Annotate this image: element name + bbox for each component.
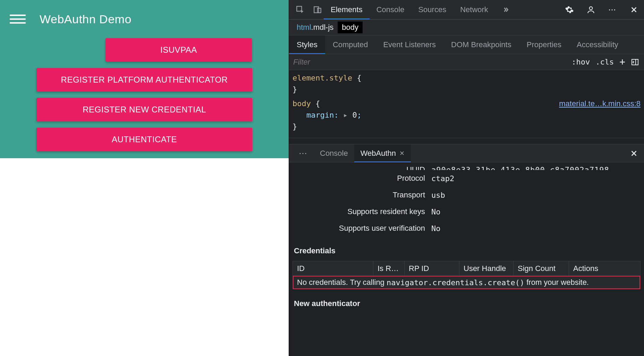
user-verification-label: Supports user verification <box>293 224 431 233</box>
styles-tabbar: Styles Computed Event Listeners DOM Brea… <box>289 35 644 54</box>
css-prop-margin: margin <box>306 111 334 119</box>
col-actions[interactable]: Actions <box>569 261 640 276</box>
resident-keys-row: Supports resident keys No <box>293 203 641 220</box>
transport-row: Transport usb <box>293 187 641 203</box>
button-stack: ISUVPAA REGISTER PLATFORM AUTHENTICATOR … <box>0 38 289 151</box>
breadcrumb-html-tag: html <box>297 23 311 32</box>
isuvpaa-button[interactable]: ISUVPAA <box>105 38 252 62</box>
inspect-element-icon[interactable] <box>294 3 306 16</box>
register-credential-button[interactable]: REGISTER NEW CREDENTIAL <box>36 98 252 121</box>
css-source-link[interactable]: material.te…k.min.css:8 <box>559 98 641 109</box>
protocol-row: Protocol ctap2 <box>293 170 641 187</box>
body-selector: body <box>293 99 311 108</box>
panel-gap <box>289 138 644 144</box>
drawer-tab-webauthn[interactable]: WebAuthn ✕ <box>354 144 411 162</box>
webauthn-panel: UUID a90e8e33-31be-413e-8b00-c8a7002a719… <box>289 162 644 356</box>
col-sign-count[interactable]: Sign Count <box>514 261 569 276</box>
tab-network[interactable]: Network <box>453 0 495 19</box>
new-style-rule-icon[interactable]: + <box>619 56 625 68</box>
breadcrumb-html[interactable]: html.mdl-js <box>293 22 338 33</box>
breadcrumb-html-class: .mdl-js <box>311 23 334 32</box>
device-toolbar-icon[interactable] <box>311 3 324 16</box>
css-val-margin: 0 <box>352 111 357 119</box>
element-style-rule[interactable]: element.style { } <box>293 72 641 95</box>
breadcrumb-body[interactable]: body <box>338 22 363 33</box>
settings-gear-icon[interactable] <box>564 5 575 15</box>
col-is-resident[interactable]: Is R… <box>373 261 405 276</box>
resident-keys-value: No <box>431 207 441 216</box>
authenticator-uuid-row: UUID a90e8e33-31be-413e-8b00-c8a7002a719… <box>293 162 641 170</box>
empty-code: navigator.credentials.create() <box>387 278 524 287</box>
css-rules-panel: element.style { } material.te…k.min.css:… <box>289 70 644 138</box>
subtab-properties[interactable]: Properties <box>519 35 569 54</box>
svg-rect-2 <box>317 8 321 12</box>
cls-toggle[interactable]: .cls <box>595 58 614 66</box>
subtab-styles[interactable]: Styles <box>289 35 325 54</box>
app-pane: WebAuthn Demo ISUVPAA REGISTER PLATFORM … <box>0 0 289 356</box>
credentials-empty-message: No credentials. Try calling navigator.cr… <box>293 276 640 289</box>
resident-keys-label: Supports resident keys <box>293 207 431 216</box>
subtab-dom-breakpoints[interactable]: DOM Breakpoints <box>443 35 519 54</box>
dom-breadcrumb: html.mdl-js body <box>289 19 644 35</box>
devtools-pane: Elements Console Sources Network ⋯ html.… <box>289 0 644 356</box>
subtab-accessibility[interactable]: Accessibility <box>569 35 626 54</box>
element-style-selector: element.style <box>293 74 352 82</box>
close-tab-icon[interactable]: ✕ <box>399 150 405 157</box>
new-authenticator-heading: New authenticator <box>293 289 641 314</box>
devtools-right-controls: ⋯ <box>559 5 644 15</box>
tab-elements[interactable]: Elements <box>324 0 370 19</box>
col-rp-id[interactable]: RP ID <box>405 261 459 276</box>
uuid-value: a90e8e33-31be-413e-8b00-c8a7002a7198 <box>431 166 609 170</box>
authenticate-button[interactable]: AUTHENTICATE <box>36 128 252 151</box>
more-tabs-icon[interactable] <box>495 0 517 19</box>
drawer-tab-console[interactable]: Console <box>314 144 354 162</box>
styles-filter-row: :hov .cls + <box>289 54 644 70</box>
user-verification-value: No <box>431 224 441 233</box>
hamburger-menu-icon[interactable] <box>10 11 26 27</box>
close-devtools-icon[interactable] <box>629 5 639 15</box>
protocol-label: Protocol <box>293 174 431 183</box>
register-platform-button[interactable]: REGISTER PLATFORM AUTHENTICATOR <box>36 68 252 92</box>
empty-suffix: from your website. <box>526 278 589 287</box>
toggle-sidebar-icon[interactable] <box>631 58 639 66</box>
protocol-value: ctap2 <box>431 174 454 183</box>
header-bar: WebAuthn Demo <box>0 0 289 38</box>
drawer-tab-webauthn-label: WebAuthn <box>361 149 396 158</box>
transport-label: Transport <box>293 190 431 200</box>
body-rule[interactable]: material.te…k.min.css:8 body { margin: ▸… <box>293 98 641 132</box>
drawer-close-icon[interactable] <box>630 150 644 157</box>
subtab-computed[interactable]: Computed <box>325 35 376 54</box>
transport-value: usb <box>431 191 445 200</box>
uuid-label: UUID <box>293 165 431 170</box>
hov-toggle[interactable]: :hov <box>571 58 590 66</box>
drawer-more-icon[interactable]: ⋯ <box>293 149 314 158</box>
styles-filter-input[interactable] <box>289 58 571 67</box>
subtab-event-listeners[interactable]: Event Listeners <box>375 35 443 54</box>
drawer-tabbar: ⋯ Console WebAuthn ✕ <box>289 144 644 162</box>
credentials-heading: Credentials <box>293 237 641 261</box>
col-user-handle[interactable]: User Handle <box>459 261 514 276</box>
credentials-table: ID Is R… RP ID User Handle Sign Count Ac… <box>293 261 641 289</box>
col-id[interactable]: ID <box>293 261 373 276</box>
app-header: WebAuthn Demo ISUVPAA REGISTER PLATFORM … <box>0 0 289 158</box>
svg-rect-1 <box>314 7 319 12</box>
tab-sources[interactable]: Sources <box>411 0 453 19</box>
app-title: WebAuthn Demo <box>40 12 132 26</box>
user-verification-row: Supports user verification No <box>293 220 641 237</box>
styles-filter-tools: :hov .cls + <box>571 56 644 68</box>
empty-prefix: No credentials. Try calling <box>297 278 384 287</box>
account-icon[interactable] <box>586 5 596 15</box>
tab-console[interactable]: Console <box>370 0 412 19</box>
svg-point-3 <box>590 7 593 10</box>
kebab-menu-icon[interactable]: ⋯ <box>607 5 618 15</box>
devtools-tabbar: Elements Console Sources Network ⋯ <box>289 0 644 19</box>
credentials-header-row: ID Is R… RP ID User Handle Sign Count Ac… <box>293 261 640 276</box>
